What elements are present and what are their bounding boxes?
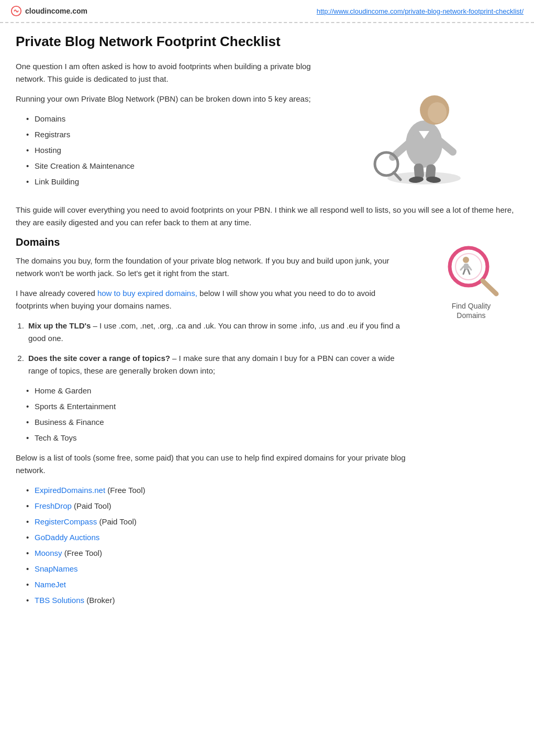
svg-point-4 (428, 102, 447, 123)
find-quality-label: Find QualityDomains (452, 301, 491, 320)
tool-suffix: (Free Tool) (105, 486, 145, 495)
list-item: Site Creation & Maintenance (26, 160, 314, 172)
list-item: Domains (26, 113, 314, 125)
page-title: Private Blog Network Footprint Checklist (16, 34, 518, 50)
domains-para2-prefix: I have already covered (16, 289, 97, 298)
list-item: Registrars (26, 128, 314, 141)
list-item: Sports & Entertainment (26, 400, 408, 413)
namejet-link[interactable]: NameJet (35, 580, 66, 589)
header: cloudincome.com http://www.cloudincome.c… (0, 0, 534, 23)
svg-rect-17 (464, 264, 469, 270)
domains-para2: I have already covered how to buy expire… (16, 287, 408, 312)
list-item-bold: Mix up the TLD's (28, 321, 91, 330)
intro-figure (340, 60, 518, 191)
list-item: TBS Solutions (Broker) (26, 594, 408, 607)
intro-para2: Running your own Private Blog Network (P… (16, 93, 314, 105)
domains-figure: Find QualityDomains (424, 242, 518, 320)
expired-domains-link[interactable]: ExpiredDomains.net (35, 486, 105, 495)
list-item: ExpiredDomains.net (Free Tool) (26, 484, 408, 497)
tool-suffix: (Paid Tool) (72, 501, 112, 510)
list-item: RegisterCompass (Paid Tool) (26, 516, 408, 528)
list-item-bold: Does the site cover a range of topics? (28, 354, 170, 363)
svg-line-19 (469, 266, 471, 270)
godaddy-link[interactable]: GoDaddy Auctions (35, 533, 99, 542)
intro-text: One question I am often asked is how to … (16, 60, 314, 195)
logo-icon (10, 5, 22, 17)
header-url[interactable]: http://www.cloudincome.com/private-blog-… (317, 7, 524, 15)
domains-section: Find QualityDomains Domains The domains … (16, 236, 518, 607)
snapnames-link[interactable]: SnapNames (35, 564, 78, 573)
find-quality-domains-icon (435, 242, 508, 299)
list-item: Link Building (26, 176, 314, 188)
svg-line-18 (461, 266, 464, 270)
numbered-list: Mix up the TLD's – I use .com, .net, .or… (26, 320, 408, 377)
expired-domains-link[interactable]: how to buy expired domains, (97, 289, 197, 298)
svg-line-20 (463, 270, 465, 274)
intro-para1: One question I am often asked is how to … (16, 60, 314, 85)
list-item: Home & Garden (26, 385, 408, 397)
guide-para: This guide will cover everything you nee… (16, 204, 518, 229)
domains-content: Domains The domains you buy, form the fo… (16, 236, 408, 607)
list-item: NameJet (26, 578, 408, 591)
freshdrop-link[interactable]: FreshDrop (35, 501, 72, 510)
svg-line-21 (468, 270, 470, 274)
logo[interactable]: cloudincome.com (10, 5, 87, 17)
tools-list: ExpiredDomains.net (Free Tool) FreshDrop… (26, 484, 408, 607)
list-item: Tech & Toys (26, 432, 408, 444)
moonsy-link[interactable]: Moonsy (35, 549, 62, 557)
tool-suffix: (Broker) (84, 596, 115, 605)
tools-para: Below is a list of tools (some free, som… (16, 452, 408, 477)
list-item: Does the site cover a range of topics? –… (26, 352, 408, 377)
domains-para1: The domains you buy, form the foundation… (16, 255, 408, 280)
detective-figure (356, 71, 503, 191)
list-item: SnapNames (26, 563, 408, 575)
tool-suffix: (Paid Tool) (97, 517, 137, 526)
tool-suffix: (Free Tool) (62, 549, 102, 557)
list-item: GoDaddy Auctions (26, 531, 408, 544)
list-item: Business & Finance (26, 416, 408, 429)
topics-list: Home & Garden Sports & Entertainment Bus… (26, 385, 408, 444)
tbs-link[interactable]: TBS Solutions (35, 596, 84, 605)
list-item: FreshDrop (Paid Tool) (26, 500, 408, 512)
svg-line-15 (483, 281, 496, 294)
intro-list: Domains Registrars Hosting Site Creation… (26, 113, 314, 188)
logo-text: cloudincome.com (25, 7, 87, 15)
intro-section: One question I am often asked is how to … (16, 60, 518, 195)
svg-point-16 (463, 257, 469, 263)
list-item: Mix up the TLD's – I use .com, .net, .or… (26, 320, 408, 345)
list-item: Hosting (26, 144, 314, 157)
list-item: Moonsy (Free Tool) (26, 547, 408, 560)
main-content: Private Blog Network Footprint Checklist… (0, 23, 534, 630)
registercompass-link[interactable]: RegisterCompass (35, 517, 97, 526)
domains-section-title: Domains (16, 236, 408, 248)
